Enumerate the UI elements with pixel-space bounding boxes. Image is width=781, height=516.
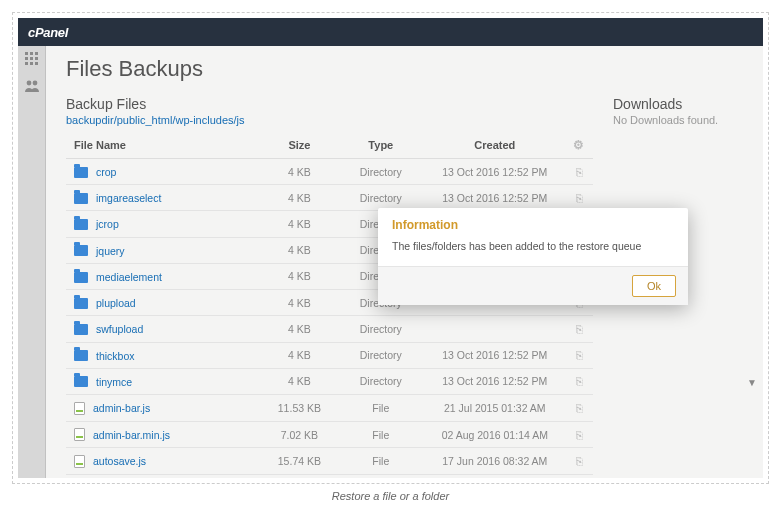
table-row[interactable]: autosave.js15.74 KBFile17 Jun 2016 08:32… (66, 448, 593, 475)
cell-size: 4 KB (261, 185, 337, 211)
cell-type: Directory (337, 316, 424, 342)
table-row[interactable]: crop4 KBDirectory13 Oct 2016 12:52 PM⎘ (66, 159, 593, 185)
row-action-icon[interactable]: ⎘ (576, 375, 583, 387)
cell-size: 4 KB (261, 211, 337, 237)
folder-icon (74, 376, 88, 387)
cell-created: 13 Oct 2016 12:52 PM (424, 159, 565, 185)
folder-icon (74, 245, 88, 256)
cell-type: Directory (337, 159, 424, 185)
folder-icon (74, 298, 88, 309)
svg-rect-0 (25, 52, 28, 55)
cell-size: 4 KB (261, 316, 337, 342)
file-link[interactable]: admin-bar.js (93, 402, 150, 414)
file-link[interactable]: plupload (96, 297, 136, 309)
cell-type: Directory (337, 185, 424, 211)
cell-created: 21 Jul 2015 01:32 AM (424, 394, 565, 421)
file-link[interactable]: tinymce (96, 376, 132, 388)
cell-type: File (337, 421, 424, 448)
cell-size: 15.74 KB (261, 448, 337, 475)
file-icon (74, 402, 85, 415)
topbar: cPanel (18, 18, 763, 46)
table-row[interactable]: admin-bar.min.js7.02 KBFile02 Aug 2016 0… (66, 421, 593, 448)
col-size[interactable]: Size (261, 132, 337, 159)
cell-size: 4 KB (261, 342, 337, 368)
svg-rect-5 (35, 57, 38, 60)
cell-size: 7.02 KB (261, 421, 337, 448)
cell-size: 4 KB (261, 368, 337, 394)
file-link[interactable]: admin-bar.min.js (93, 429, 170, 441)
file-link[interactable]: crop (96, 166, 116, 178)
users-icon[interactable] (24, 79, 40, 96)
file-link[interactable]: imgareaselect (96, 192, 161, 204)
col-filename[interactable]: File Name (66, 132, 261, 159)
cell-size: 4 KB (261, 237, 337, 263)
row-action-icon[interactable]: ⎘ (576, 166, 583, 178)
folder-icon (74, 272, 88, 283)
cell-created: 17 Jun 2016 08:32 AM (424, 448, 565, 475)
cell-size: 4 KB (261, 290, 337, 316)
cell-type: File (337, 394, 424, 421)
row-action-icon[interactable]: ⎘ (576, 455, 583, 467)
svg-rect-8 (35, 62, 38, 65)
svg-point-10 (32, 81, 37, 86)
cell-size: 4 KB (261, 159, 337, 185)
table-row[interactable]: swfupload4 KBDirectory⎘ (66, 316, 593, 342)
cell-created: 13 Oct 2016 12:52 PM (424, 368, 565, 394)
app-window: cPanel Files Backups Backup Files backup… (18, 18, 763, 478)
ok-button[interactable]: Ok (632, 275, 676, 297)
row-action-icon[interactable]: ⎘ (576, 402, 583, 414)
file-link[interactable]: mediaelement (96, 271, 162, 283)
info-modal: Information The files/folders has been a… (378, 208, 688, 305)
folder-icon (74, 193, 88, 204)
cell-type: Directory (337, 342, 424, 368)
svg-rect-7 (30, 62, 33, 65)
cell-type: Directory (337, 368, 424, 394)
modal-message: The files/folders has been added to the … (378, 236, 688, 266)
file-icon (74, 455, 85, 468)
table-row[interactable]: tinymce4 KBDirectory13 Oct 2016 12:52 PM… (66, 368, 593, 394)
sidebar (18, 46, 46, 478)
col-created[interactable]: Created (424, 132, 565, 159)
row-action-icon[interactable]: ⎘ (576, 192, 583, 204)
svg-rect-2 (35, 52, 38, 55)
grid-icon[interactable] (25, 52, 39, 69)
downloads-heading: Downloads (613, 96, 743, 112)
cell-created: 13 Oct 2016 12:52 PM (424, 185, 565, 211)
cell-size: 4 KB (261, 263, 337, 289)
gear-icon[interactable]: ⚙ (573, 138, 584, 152)
row-action-icon[interactable]: ⎘ (576, 429, 583, 441)
table-row[interactable]: admin-bar.js11.53 KBFile21 Jul 2015 01:3… (66, 394, 593, 421)
file-icon (74, 428, 85, 441)
modal-title: Information (378, 208, 688, 236)
cell-type: File (337, 448, 424, 475)
file-link[interactable]: swfupload (96, 324, 143, 336)
folder-icon (74, 350, 88, 361)
row-action-icon[interactable]: ⎘ (576, 323, 583, 335)
row-action-icon[interactable]: ⎘ (576, 349, 583, 361)
svg-rect-4 (30, 57, 33, 60)
file-link[interactable]: jquery (96, 245, 125, 257)
folder-icon (74, 324, 88, 335)
table-row[interactable]: thickbox4 KBDirectory13 Oct 2016 12:52 P… (66, 342, 593, 368)
table-row[interactable]: imgareaselect4 KBDirectory13 Oct 2016 12… (66, 185, 593, 211)
svg-rect-3 (25, 57, 28, 60)
file-link[interactable]: autosave.js (93, 456, 146, 468)
svg-rect-1 (30, 52, 33, 55)
backup-heading: Backup Files (66, 96, 593, 112)
breadcrumb[interactable]: backupdir/public_html/wp-includes/js (66, 114, 593, 126)
downloads-empty: No Downloads found. (613, 114, 743, 126)
page-title: Files Backups (66, 56, 743, 82)
scroll-down-icon[interactable]: ▼ (747, 377, 757, 388)
svg-rect-6 (25, 62, 28, 65)
file-link[interactable]: thickbox (96, 350, 135, 362)
folder-icon (74, 219, 88, 230)
file-link[interactable]: jcrop (96, 219, 119, 231)
svg-point-9 (26, 81, 31, 86)
cell-created (424, 316, 565, 342)
brand-logo: cPanel (28, 25, 68, 40)
figure-caption: Restore a file or a folder (12, 484, 769, 502)
col-type[interactable]: Type (337, 132, 424, 159)
cell-created: 13 Oct 2016 12:52 PM (424, 342, 565, 368)
cell-created: 02 Aug 2016 01:14 AM (424, 421, 565, 448)
folder-icon (74, 167, 88, 178)
